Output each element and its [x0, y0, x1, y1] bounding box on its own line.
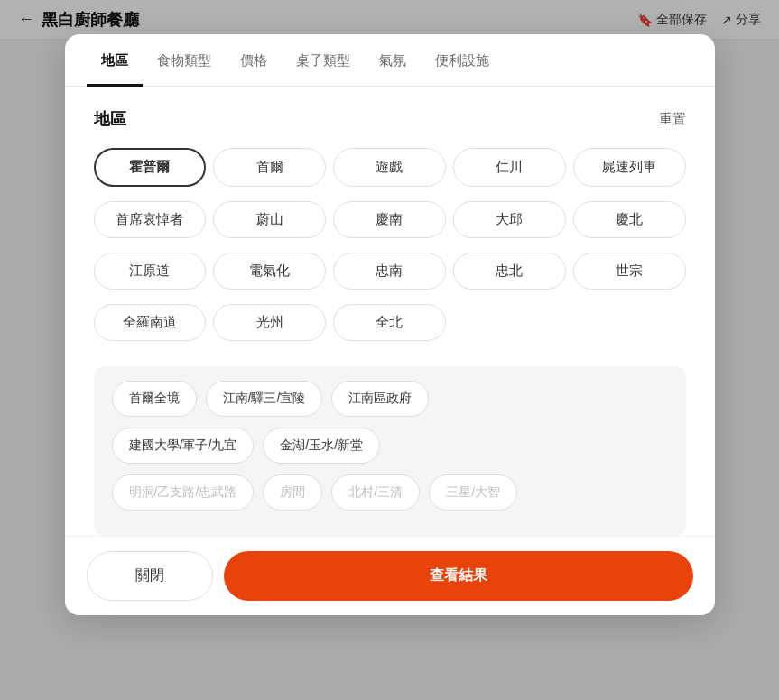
section-title: 地區 — [94, 108, 126, 130]
sub-pill-room[interactable]: 房間 — [263, 474, 322, 511]
tab-food-type[interactable]: 食物類型 — [143, 34, 226, 87]
region-pill-daegu[interactable]: 大邱 — [453, 201, 566, 238]
region-pill-game[interactable]: 遊戲 — [333, 148, 446, 187]
region-pill-hopper[interactable]: 霍普爾 — [94, 148, 207, 187]
region-grid: 霍普爾 首爾 遊戲 仁川 屍速列車 首席哀悼者 蔚山 慶南 大邱 慶北 江原道 … — [94, 148, 686, 341]
sub-pill-konkuk[interactable]: 建國大學/軍子/九宜 — [112, 428, 255, 464]
region-pill-gangwon[interactable]: 江原道 — [94, 253, 207, 290]
sub-pill-seoul-all[interactable]: 首爾全境 — [112, 381, 197, 417]
region-pill-jeonbuk[interactable]: 全北 — [333, 304, 446, 341]
region-pill-ulsan[interactable]: 蔚山 — [213, 201, 326, 238]
modal-footer: 關閉 查看結果 — [65, 536, 715, 615]
sub-pill-gangnam-yeoksam[interactable]: 江南/驛三/宣陵 — [206, 381, 323, 417]
reset-button[interactable]: 重置 — [659, 111, 686, 128]
sub-region-row3: 明洞/乙支路/忠武路 房間 北村/三清 三星/大智 — [112, 474, 668, 511]
filter-tabs: 地區 食物類型 價格 桌子類型 氣氛 便利設施 — [65, 34, 715, 87]
sub-pill-myeongdong[interactable]: 明洞/乙支路/忠武路 — [112, 474, 255, 511]
close-button[interactable]: 關閉 — [87, 551, 213, 601]
modal-body: 地區 重置 霍普爾 首爾 遊戲 仁川 屍速列車 首席哀悼者 蔚山 慶南 大邱 慶… — [65, 87, 715, 536]
section-header: 地區 重置 — [94, 108, 686, 130]
sub-pill-geumho[interactable]: 金湖/玉水/新堂 — [263, 428, 380, 464]
region-pill-chungnam[interactable]: 忠南 — [333, 253, 446, 290]
region-pill-chungbuk[interactable]: 忠北 — [453, 253, 566, 290]
modal-overlay: 地區 食物類型 價格 桌子類型 氣氛 便利設施 地區 重置 霍普爾 首爾 遊戲 … — [0, 0, 779, 700]
region-pill-mourner[interactable]: 首席哀悼者 — [94, 201, 207, 238]
region-pill-incheon[interactable]: 仁川 — [453, 148, 566, 187]
sub-pill-bukchon[interactable]: 北村/三清 — [331, 474, 420, 511]
sub-pill-samseong[interactable]: 三星/大智 — [429, 474, 517, 511]
tab-atmosphere[interactable]: 氣氛 — [365, 34, 421, 87]
confirm-button[interactable]: 查看結果 — [224, 551, 693, 601]
region-pill-gyeongnam[interactable]: 慶南 — [333, 201, 446, 238]
tab-region[interactable]: 地區 — [87, 34, 143, 87]
region-pill-seoul[interactable]: 首爾 — [213, 148, 326, 187]
tab-table-type[interactable]: 桌子類型 — [282, 34, 365, 87]
filter-modal: 地區 食物類型 價格 桌子類型 氣氛 便利設施 地區 重置 霍普爾 首爾 遊戲 … — [65, 34, 715, 615]
tab-price[interactable]: 價格 — [226, 34, 282, 87]
region-pill-jeonnam[interactable]: 全羅南道 — [94, 304, 207, 341]
tab-amenities[interactable]: 便利設施 — [421, 34, 504, 87]
region-pill-electric[interactable]: 電氣化 — [213, 253, 326, 290]
region-pill-gwangju[interactable]: 光州 — [213, 304, 326, 341]
sub-region-row2: 建國大學/軍子/九宜 金湖/玉水/新堂 — [112, 428, 668, 464]
region-pill-gyeongbuk[interactable]: 慶北 — [573, 201, 686, 238]
region-pill-train[interactable]: 屍速列車 — [573, 148, 686, 187]
sub-region-section: 首爾全境 江南/驛三/宣陵 江南區政府 建國大學/軍子/九宜 金湖/玉水/新堂 … — [94, 366, 686, 536]
sub-region-row1: 首爾全境 江南/驛三/宣陵 江南區政府 — [112, 381, 668, 417]
region-pill-sejong[interactable]: 世宗 — [573, 253, 686, 290]
sub-pill-gangnam-gu[interactable]: 江南區政府 — [331, 381, 429, 417]
